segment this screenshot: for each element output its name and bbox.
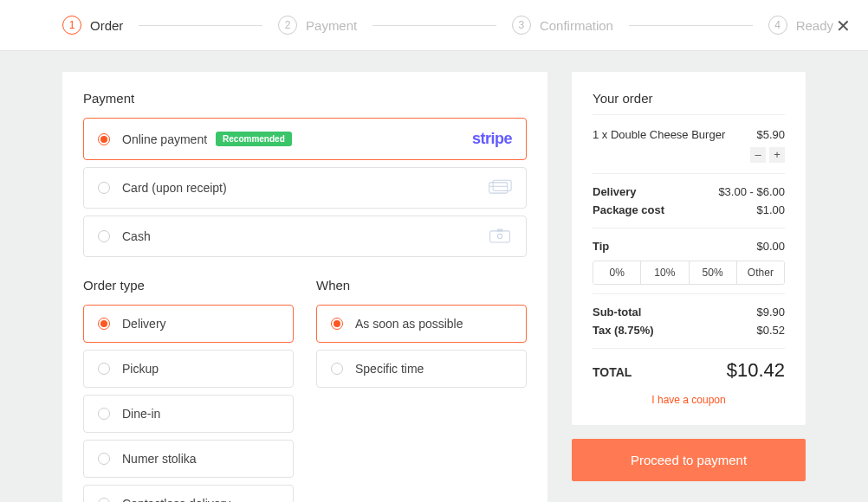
tip-value: $0.00 <box>756 240 785 253</box>
step-number: 2 <box>278 16 297 35</box>
divider <box>593 293 785 294</box>
tip-50-button[interactable]: 50% <box>690 261 737 284</box>
item-price: $5.90 <box>756 128 785 141</box>
step-label: Order <box>90 18 123 33</box>
subtotal-row: Sub-total $9.90 <box>593 303 785 321</box>
when-asap[interactable]: As soon as possible <box>316 305 527 343</box>
svg-rect-2 <box>493 180 511 190</box>
radio-icon <box>98 182 110 194</box>
subtotal-value: $9.90 <box>756 306 785 319</box>
payment-option-card[interactable]: Card (upon receipt) <box>83 167 527 209</box>
radio-icon <box>98 230 110 242</box>
delivery-row: Delivery $3.00 - $6.00 <box>593 183 785 201</box>
payment-option-label: Card (upon receipt) <box>122 181 227 195</box>
radio-icon <box>331 318 343 330</box>
quantity-control: – + <box>593 147 785 163</box>
tip-other-button[interactable]: Other <box>737 261 784 284</box>
when-column: When As soon as possible Specific time <box>316 278 527 502</box>
payment-title: Payment <box>83 91 527 106</box>
step-payment[interactable]: 2 Payment <box>278 16 357 35</box>
tip-selector: 0% 10% 50% Other <box>593 261 785 285</box>
order-options-card: Payment Online payment Recommended strip… <box>62 72 547 502</box>
option-label: Pickup <box>122 362 159 376</box>
radio-icon <box>98 498 110 502</box>
option-label: Delivery <box>122 317 166 331</box>
qty-decrease-button[interactable]: – <box>750 147 766 163</box>
summary-title: Your order <box>593 91 785 115</box>
radio-icon <box>331 363 343 375</box>
item-name: 1 x Double Cheese Burger <box>593 128 725 141</box>
order-item-row: 1 x Double Cheese Burger $5.90 <box>593 126 785 144</box>
close-icon: ✕ <box>836 16 851 35</box>
radio-icon <box>98 363 110 375</box>
tip-row-header: Tip $0.00 <box>593 237 785 255</box>
option-label: Specific time <box>355 362 424 376</box>
divider <box>593 173 785 174</box>
tax-row: Tax (8.75%) $0.52 <box>593 321 785 339</box>
option-label: As soon as possible <box>355 317 463 331</box>
payment-option-cash[interactable]: Cash <box>83 216 527 257</box>
svg-point-4 <box>497 234 502 238</box>
divider <box>593 228 785 228</box>
total-value: $10.42 <box>727 359 785 382</box>
option-label: Contactless delivery <box>122 497 230 502</box>
order-type-dinein[interactable]: Dine-in <box>83 395 294 433</box>
step-number: 3 <box>512 16 531 35</box>
package-value: $1.00 <box>756 203 785 216</box>
order-summary-card: Your order 1 x Double Cheese Burger $5.9… <box>572 72 806 425</box>
recommended-badge: Recommended <box>216 132 292 146</box>
divider <box>593 348 785 349</box>
step-confirmation[interactable]: 3 Confirmation <box>512 16 613 35</box>
step-order[interactable]: 1 Order <box>62 16 123 35</box>
radio-icon <box>98 408 110 420</box>
proceed-button[interactable]: Proceed to payment <box>572 439 806 481</box>
payment-option-online[interactable]: Online payment Recommended stripe <box>83 118 527 160</box>
tax-value: $0.52 <box>756 324 785 337</box>
package-label: Package cost <box>593 203 664 216</box>
option-label: Numer stolika <box>122 452 197 466</box>
step-label: Confirmation <box>540 18 613 33</box>
radio-icon <box>98 318 110 330</box>
package-row: Package cost $1.00 <box>593 201 785 219</box>
total-label: TOTAL <box>593 365 632 379</box>
when-specific-time[interactable]: Specific time <box>316 350 527 388</box>
step-label: Payment <box>306 18 357 33</box>
order-type-pickup[interactable]: Pickup <box>83 350 294 388</box>
radio-icon <box>98 453 110 465</box>
subtotal-label: Sub-total <box>593 306 641 319</box>
checkout-stepper: 1 Order 2 Payment 3 Confirmation 4 Ready… <box>0 0 868 51</box>
tax-label: Tax (8.75%) <box>593 324 654 337</box>
tip-10-button[interactable]: 10% <box>641 261 689 284</box>
radio-icon <box>98 133 110 145</box>
order-type-title: Order type <box>83 278 294 293</box>
step-label: Ready <box>796 18 833 33</box>
step-divider <box>629 25 753 26</box>
step-number: 4 <box>768 16 787 35</box>
step-ready[interactable]: 4 Ready <box>768 16 833 35</box>
coupon-link[interactable]: I have a coupon <box>593 394 785 406</box>
option-label: Dine-in <box>122 407 160 421</box>
order-type-delivery[interactable]: Delivery <box>83 305 294 343</box>
when-title: When <box>316 278 527 293</box>
stripe-logo: stripe <box>472 130 512 148</box>
close-button[interactable]: ✕ <box>836 16 851 36</box>
svg-rect-0 <box>489 183 508 193</box>
order-type-column: Order type Delivery Pickup Dine-in Numer… <box>83 278 294 502</box>
order-summary-column: Your order 1 x Double Cheese Burger $5.9… <box>572 72 806 481</box>
delivery-value: $3.00 - $6.00 <box>718 185 785 198</box>
step-divider <box>139 25 262 26</box>
cash-icon <box>488 228 512 245</box>
tip-0-button[interactable]: 0% <box>593 261 641 284</box>
tip-label: Tip <box>593 240 609 253</box>
svg-rect-3 <box>490 231 510 242</box>
card-icon <box>488 179 512 196</box>
qty-increase-button[interactable]: + <box>769 147 785 163</box>
total-row: TOTAL $10.42 <box>593 359 785 382</box>
step-number: 1 <box>62 16 81 35</box>
payment-option-label: Online payment <box>122 132 207 146</box>
order-type-table-number[interactable]: Numer stolika <box>83 440 294 478</box>
step-divider <box>372 25 496 26</box>
payment-option-label: Cash <box>122 229 151 243</box>
order-type-contactless[interactable]: Contactless delivery <box>83 485 294 502</box>
delivery-label: Delivery <box>593 185 637 198</box>
